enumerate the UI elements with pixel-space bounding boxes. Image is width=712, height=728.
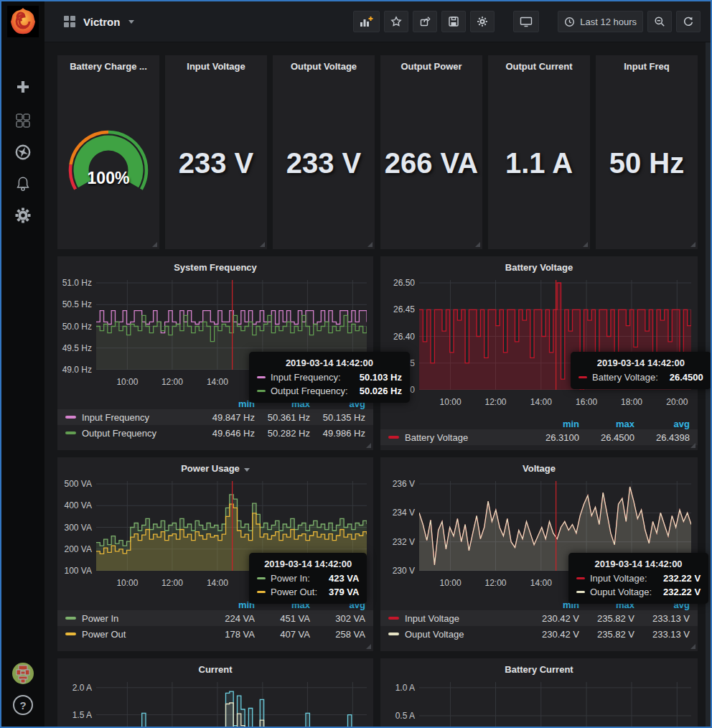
- chart-plot-area[interactable]: [96, 280, 367, 370]
- panel-title[interactable]: Output Current: [488, 59, 590, 75]
- panel-title[interactable]: Power Usage: [57, 461, 373, 477]
- legend-series-name[interactable]: Input Frequency: [82, 412, 149, 423]
- x-axis-tick-label: 10:00: [432, 578, 469, 588]
- legend-header-max[interactable]: max: [579, 599, 634, 610]
- legend-header-max[interactable]: max: [255, 599, 310, 610]
- legend-header-min[interactable]: min: [200, 398, 255, 409]
- legend-max-value: 451 VA: [255, 613, 310, 624]
- legend-max-value: 235.82 V: [579, 629, 634, 640]
- legend-color-swatch[interactable]: [388, 633, 399, 635]
- y-axis-tick-label: 26.45: [380, 304, 415, 314]
- legend-series-name[interactable]: Power In: [82, 613, 118, 624]
- legend-header: minmaxavg: [380, 418, 698, 429]
- panel-resize-handle[interactable]: [260, 242, 265, 247]
- dashboard-title[interactable]: Victron: [83, 16, 120, 28]
- legend-header-min[interactable]: min: [200, 599, 255, 610]
- legend-header-avg[interactable]: avg: [634, 599, 690, 610]
- panel-resize-handle[interactable]: [583, 242, 588, 247]
- stat-value: 1.1 A: [488, 147, 590, 179]
- panel-title[interactable]: Battery Charge ...: [57, 59, 159, 75]
- y-axis-tick-label: 500 VA: [57, 479, 92, 489]
- scrollbar[interactable]: [706, 42, 711, 727]
- zoom-out-button[interactable]: [647, 11, 672, 32]
- panel-title[interactable]: Battery Current: [380, 662, 698, 678]
- panel-resize-handle[interactable]: [366, 644, 371, 649]
- legend-color-swatch[interactable]: [65, 416, 76, 419]
- y-axis-tick-label: 50.0 Hz: [57, 322, 92, 332]
- star-button[interactable]: [384, 11, 408, 32]
- panel-title[interactable]: Input Voltage: [165, 59, 267, 75]
- legend-color-swatch[interactable]: [65, 617, 76, 620]
- legend-header-min[interactable]: min: [524, 599, 579, 610]
- legend-series-name[interactable]: Ouput Voltage: [405, 629, 464, 640]
- save-button[interactable]: [441, 11, 466, 32]
- chart-panel: Voltage236 V234 V232 V230 V10:0012:0014:…: [380, 457, 698, 651]
- panel-resize-handle[interactable]: [367, 242, 373, 247]
- panel-resize-handle[interactable]: [475, 242, 480, 247]
- panel-resize-handle[interactable]: [152, 242, 157, 247]
- help-icon[interactable]: ?: [1, 692, 44, 718]
- legend-header-max[interactable]: max: [579, 419, 634, 429]
- panel-resize-handle[interactable]: [690, 644, 695, 649]
- x-axis-tick-label: 16:00: [244, 578, 281, 588]
- dashboards-grid-icon[interactable]: [1, 108, 44, 134]
- legend-series-name[interactable]: Output Frequency: [82, 428, 156, 439]
- configuration-gear-icon[interactable]: [1, 202, 44, 228]
- chart-plot-area[interactable]: [96, 481, 367, 571]
- legend-min-value: 230.42 V: [524, 613, 579, 624]
- navbar: Victron: [44, 1, 711, 42]
- create-plus-icon[interactable]: [1, 74, 44, 100]
- y-axis-tick-label: 234 V: [380, 508, 415, 518]
- share-button[interactable]: [413, 11, 437, 32]
- panel-title[interactable]: Output Power: [380, 59, 482, 75]
- panel-resize-handle[interactable]: [690, 443, 695, 448]
- panel-title[interactable]: Current: [57, 662, 373, 678]
- legend-header-avg[interactable]: avg: [310, 599, 365, 610]
- legend-header-min[interactable]: min: [524, 419, 579, 429]
- legend-color-swatch[interactable]: [65, 431, 76, 434]
- chart-plot-area[interactable]: [419, 682, 691, 728]
- x-axis-tick-label: 14:00: [523, 397, 560, 407]
- legend-max-value: 26.4500: [579, 432, 634, 443]
- legend-min-value: 49.847 Hz: [200, 412, 255, 423]
- user-avatar[interactable]: [1, 661, 44, 686]
- legend-color-swatch[interactable]: [388, 617, 399, 620]
- grafana-logo[interactable]: [7, 6, 39, 37]
- legend-series-name[interactable]: Input Voltage: [405, 613, 459, 624]
- chart-panel: Battery Current1.0 A0.5 A10:0012:0014:00…: [380, 658, 698, 728]
- y-axis-tick-label: 26.50: [380, 278, 415, 288]
- explore-compass-icon[interactable]: [1, 139, 44, 165]
- panel-title[interactable]: System Frequency: [57, 260, 373, 276]
- panel-title[interactable]: Battery Voltage: [380, 260, 698, 276]
- refresh-button[interactable]: [676, 11, 701, 32]
- legend-min-value: 230.42 V: [524, 629, 579, 640]
- chart-plot-area[interactable]: [419, 481, 691, 571]
- legend-row: Input Voltage230.42 V235.82 V233.13 V: [380, 610, 698, 626]
- panel-resize-handle[interactable]: [366, 443, 371, 448]
- chart-plot-area[interactable]: [96, 682, 367, 728]
- panel-title[interactable]: Voltage: [380, 461, 698, 477]
- legend-header-avg[interactable]: avg: [634, 419, 690, 429]
- settings-button[interactable]: [470, 11, 495, 32]
- legend-series-name[interactable]: Battery Voltage: [405, 432, 468, 443]
- chart-plot-area[interactable]: [419, 280, 691, 390]
- legend-avg-value: 49.986 Hz: [310, 428, 365, 439]
- legend-color-swatch[interactable]: [388, 436, 399, 439]
- legend-header-avg[interactable]: avg: [310, 398, 365, 409]
- time-range-button[interactable]: Last 12 hours: [558, 11, 643, 32]
- cycle-view-button[interactable]: [513, 11, 539, 32]
- panel-title[interactable]: Output Voltage: [273, 59, 375, 75]
- y-axis-tick-label: 1.5 A: [57, 710, 92, 720]
- legend-row: Power In224 VA451 VA302 VA: [57, 610, 373, 626]
- alerting-bell-icon[interactable]: [1, 171, 44, 197]
- legend-series-name[interactable]: Power Out: [82, 629, 126, 640]
- legend-header-max[interactable]: max: [255, 398, 310, 409]
- dashboard-grid-icon: [63, 15, 76, 28]
- chart-legend: minmaxavgInput Frequency49.847 Hz50.361 …: [57, 398, 373, 441]
- panel-title[interactable]: Input Freq: [596, 59, 698, 75]
- x-axis-tick-label: 20:00: [334, 377, 371, 387]
- dashboard-breadcrumb[interactable]: Victron: [63, 15, 134, 28]
- add-panel-button[interactable]: [353, 11, 380, 32]
- legend-color-swatch[interactable]: [65, 633, 76, 635]
- panel-resize-handle[interactable]: [690, 242, 695, 247]
